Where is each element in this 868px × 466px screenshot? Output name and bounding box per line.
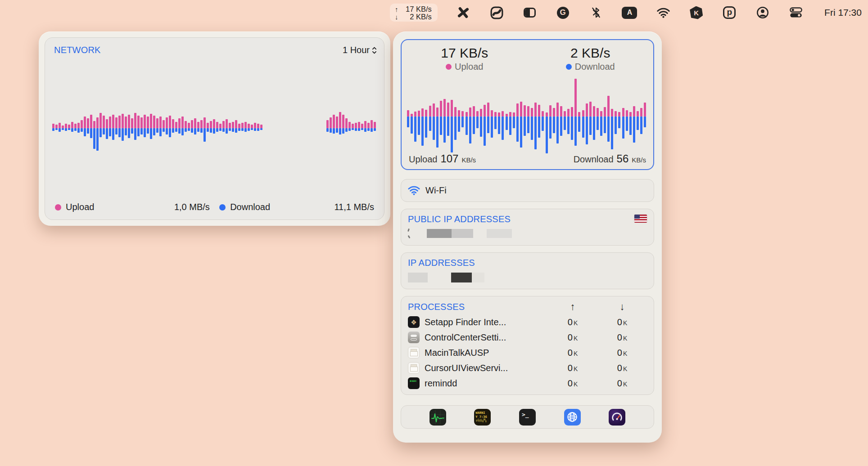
chevron-up-down-icon [372, 46, 377, 55]
download-bar [342, 128, 344, 134]
upload-bar [352, 124, 354, 128]
upload-bar [622, 108, 624, 116]
upload-bar [185, 121, 187, 128]
process-name-text: CursorUIViewServi... [425, 363, 508, 373]
toggles-icon[interactable] [789, 5, 803, 20]
download-bar [248, 128, 250, 131]
download-bar [597, 116, 599, 130]
upload-bar [461, 111, 464, 116]
display-half-toggle-icon[interactable] [523, 5, 537, 20]
chart-bar-slot [178, 108, 181, 158]
chart-bar-slot [166, 108, 169, 158]
grammarly-icon[interactable]: G [556, 5, 570, 20]
upload-legend-label: Upload [66, 202, 94, 212]
live-network-card[interactable]: 17 KB/s Upload 2 KB/s Download Upload 10… [401, 39, 654, 170]
upload-bar [203, 117, 206, 128]
chart-bar-slot [578, 75, 582, 157]
upload-bar [633, 106, 635, 116]
menubar-clock[interactable]: Fri 17:30 [822, 7, 862, 18]
download-bar [640, 116, 642, 134]
download-bar [213, 128, 215, 134]
download-dot-icon [566, 64, 572, 70]
swoosh-app-icon[interactable] [489, 5, 504, 20]
process-download-value: 0K [597, 378, 647, 389]
upload-bar [118, 116, 121, 128]
chart-bar-slot [317, 108, 320, 158]
download-bar [219, 128, 222, 131]
chart-bar-slot [633, 75, 637, 157]
period-selector[interactable]: 1 Hour [343, 45, 377, 55]
upload-column-header[interactable]: ↑ [548, 301, 597, 313]
upload-bar [527, 106, 529, 116]
upload-bar [451, 100, 453, 116]
chart-bar-slot [62, 108, 65, 158]
chart-bar-slot [273, 108, 276, 158]
speedtest-icon[interactable] [609, 409, 625, 426]
upload-bar [414, 112, 416, 116]
upload-bar [59, 123, 61, 128]
chart-bar-slot [615, 75, 618, 157]
chart-bar-slot [279, 108, 282, 158]
chart-bar-slot [125, 108, 128, 158]
upload-bar [502, 111, 504, 116]
upload-bar [166, 117, 168, 128]
download-bar [194, 128, 196, 134]
chart-bar-slot [348, 108, 352, 158]
download-bar [484, 116, 486, 146]
proton-pass-icon[interactable]: p [722, 5, 737, 20]
bluetooth-off-icon[interactable] [589, 5, 603, 20]
menubar-network-pill[interactable]: ↑ 17 KB/s ↓ 2 KB/s [390, 4, 438, 22]
processes-title: PROCESSES [408, 302, 548, 312]
download-bar [364, 128, 366, 132]
upload-bar [93, 121, 95, 128]
download-bar [232, 128, 234, 132]
download-bar [414, 116, 416, 142]
download-speed-label: Download [575, 62, 615, 72]
chart-bar-slot [84, 108, 87, 158]
wifi-icon[interactable] [656, 5, 670, 20]
network-globe-icon[interactable] [564, 409, 581, 426]
menu-bar-right: ↑ 17 KB/s ↓ 2 KB/s G A K p Fri 17:30 [390, 0, 862, 25]
download-bar [175, 128, 177, 132]
widget-title: NETWORK [54, 45, 101, 55]
activity-monitor-icon[interactable] [429, 409, 446, 426]
download-bar [345, 128, 348, 132]
download-legend-value: 11,1 MB/s [334, 202, 374, 212]
popover-toolbar: WARNIY 7:36▮�由▞▚ >_ [401, 405, 654, 429]
process-name: remindd [408, 377, 548, 389]
chart-bar-slot [59, 108, 62, 158]
upload-bar [181, 116, 184, 128]
upload-bar [629, 112, 632, 116]
terminal-icon[interactable]: >_ [519, 409, 536, 426]
download-column-header[interactable]: ↓ [597, 301, 647, 313]
chart-bar-slot [292, 108, 295, 158]
chart-bar-slot [597, 75, 600, 157]
wifi-card[interactable]: Wi-Fi [401, 179, 654, 202]
chart-bar-slot [534, 75, 538, 157]
kagi-icon[interactable]: K [689, 5, 704, 20]
chart-bar-slot [640, 75, 644, 157]
upload-bar [150, 114, 152, 128]
a-app-icon[interactable]: A [622, 5, 637, 20]
download-bar [229, 128, 231, 131]
upload-bar [593, 106, 595, 116]
download-bar [433, 116, 435, 140]
download-bar [77, 128, 80, 133]
upload-bar [364, 121, 366, 128]
chart-bar-slot [553, 75, 556, 157]
upload-bar [257, 124, 259, 128]
upload-bar [418, 111, 420, 116]
chart-bar-slot [607, 75, 611, 157]
chart-bar-slot [96, 108, 99, 158]
x-app-icon[interactable] [456, 5, 470, 20]
chart-bar-slot [458, 75, 461, 157]
chart-bar-slot [122, 108, 125, 158]
console-warnings-icon[interactable]: WARNIY 7:36▮�由▞▚ [474, 409, 491, 426]
download-bar [589, 116, 592, 135]
download-bar [466, 116, 468, 135]
chart-bar-slot [241, 108, 244, 158]
chart-bar-slot [226, 108, 229, 158]
account-icon[interactable] [755, 5, 770, 20]
chart-bar-slot [213, 108, 216, 158]
chart-bar-slot [52, 108, 55, 158]
